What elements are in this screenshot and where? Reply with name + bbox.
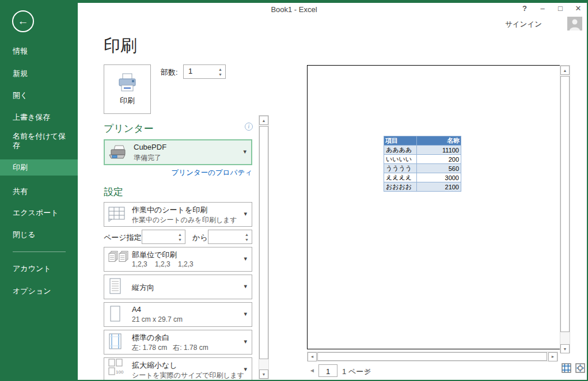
sidebar-item-open[interactable]: 開く (13, 91, 70, 100)
margins-dropdown[interactable]: 標準の余白 左: 1.78 cm 右: 1.78 cm ▾ (104, 330, 252, 355)
cell-value: 3000 (417, 173, 461, 182)
settings-scrollbar[interactable]: ▲ ▼ (259, 115, 269, 379)
window-title: Book1 - Excel (0, 5, 588, 14)
chevron-down-icon: ▾ (244, 338, 247, 345)
pages-to-input[interactable]: ▲ ▼ (208, 230, 252, 244)
chevron-down-icon: ▾ (244, 283, 247, 290)
margins-icon (108, 333, 123, 350)
sidebar-item-print[interactable]: 印刷 (0, 159, 78, 176)
show-margins-icon (561, 363, 572, 374)
window-border-top (0, 0, 588, 3)
print-preview-page: 項目 名称 ああああ 11100 いいいい 200 うううう 560 (307, 65, 560, 349)
sheet-icon (108, 205, 126, 222)
cell-value: 560 (417, 164, 461, 173)
print-button[interactable]: 印刷 (104, 64, 151, 114)
pages-to-label: から (192, 233, 208, 243)
collate-icon (108, 250, 128, 266)
table-row: ああああ 11100 (384, 146, 461, 155)
person-icon (567, 17, 582, 31)
column-header: 名称 (417, 136, 461, 146)
preview-scroll-up-icon[interactable]: ▲ (560, 66, 570, 75)
paper-size-title: A4 (132, 305, 141, 314)
close-icon[interactable]: ✕ (573, 4, 583, 13)
sidebar-item-new[interactable]: 新規 (13, 69, 70, 78)
chevron-down-icon: ▾ (244, 210, 247, 218)
help-icon[interactable]: ? (519, 4, 530, 13)
printer-properties-link[interactable]: プリンターのプロパティ (104, 168, 252, 178)
info-icon[interactable]: i (245, 123, 253, 131)
paper-size-dropdown[interactable]: A4 21 cm x 29.7 cm ▾ (104, 302, 252, 327)
table-row: おおおお 2100 (384, 182, 461, 192)
zoom-to-page-button[interactable] (574, 363, 586, 374)
pages-to-decrement-icon[interactable]: ▼ (243, 237, 251, 242)
preview-scroll-down-icon[interactable]: ▼ (560, 344, 570, 353)
sidebar-item-save-as[interactable]: 名前を付けて保存 (13, 132, 66, 150)
sidebar-item-info[interactable]: 情報 (13, 47, 70, 56)
preview-horizontal-scrollbar[interactable]: ◄ ► (307, 352, 558, 361)
scaling-subtitle: シートを実際のサイズで印刷します (132, 371, 244, 380)
pages-from-decrement-icon[interactable]: ▼ (176, 237, 184, 242)
pages-to-spinner: ▲ ▼ (243, 230, 251, 243)
collation-subtitle: 1,2,3 1,2,3 1,2,3 (132, 260, 194, 268)
preview-table: 項目 名称 ああああ 11100 いいいい 200 うううう 560 (384, 136, 461, 192)
maximize-icon[interactable]: □ (555, 4, 566, 13)
print-button-label: 印刷 (120, 96, 135, 106)
settings-scroll-down-icon[interactable]: ▼ (259, 369, 268, 379)
printer-name: CubePDF (134, 143, 166, 151)
margins-subtitle: 左: 1.78 cm 右: 1.78 cm (132, 343, 208, 353)
preview-scroll-right-icon[interactable]: ► (548, 352, 557, 361)
table-row: ええええ 3000 (384, 173, 461, 182)
cell-item: ああああ (384, 146, 417, 155)
avatar[interactable] (567, 17, 582, 31)
pages-label: ページ指定: (104, 233, 143, 243)
chevron-down-icon: ▾ (244, 310, 247, 318)
copies-decrement-icon[interactable]: ▼ (217, 72, 224, 77)
sidebar-item-export[interactable]: エクスポート (13, 208, 70, 218)
scaling-dropdown[interactable]: 100 拡大縮小なし シートを実際のサイズで印刷します ▾ (104, 357, 252, 381)
excel-window: Book1 - Excel ? – □ ✕ サインイン ← 情報 新規 開く 上… (0, 0, 588, 381)
preview-hscrollbar-thumb[interactable] (317, 352, 547, 361)
settings-scroll-up-icon[interactable]: ▲ (259, 116, 268, 125)
pages-to-increment-icon[interactable]: ▲ (243, 232, 251, 237)
window-controls: ? – □ ✕ (519, 4, 583, 13)
printer-dropdown[interactable]: CubePDF 準備完了 ▾ (104, 139, 252, 165)
collation-dropdown[interactable]: 部単位で印刷 1,2,3 1,2,3 1,2,3 ▾ (104, 247, 252, 272)
chevron-down-icon: ▾ (244, 255, 247, 262)
cell-value: 200 (417, 155, 461, 164)
print-sheets-dropdown[interactable]: 作業中のシートを印刷 作業中のシートのみを印刷します ▾ (104, 202, 252, 227)
sidebar-item-save[interactable]: 上書き保存 (13, 113, 70, 122)
settings-scrollbar-thumb[interactable] (259, 126, 268, 359)
sign-in-link[interactable]: サインイン (505, 20, 542, 29)
orientation-dropdown[interactable]: 縦方向 ▾ (104, 275, 252, 299)
back-button[interactable]: ← (12, 10, 34, 32)
chevron-down-icon: ▾ (244, 365, 247, 373)
copies-increment-icon[interactable]: ▲ (217, 67, 224, 72)
sidebar-item-account[interactable]: アカウント (13, 264, 70, 273)
settings-heading: 設定 (104, 185, 123, 199)
scaling-icon: 100 (108, 359, 126, 376)
printer-status: 準備完了 (134, 153, 161, 163)
next-page-icon[interactable]: ► (365, 367, 371, 374)
cell-item: うううう (384, 164, 417, 173)
pages-from-input[interactable]: ▲ ▼ (142, 230, 185, 244)
previous-page-icon[interactable]: ◄ (309, 367, 315, 374)
copies-input[interactable]: 1 ▲ ▼ (183, 64, 226, 79)
small-printer-icon (108, 144, 128, 161)
minimize-icon[interactable]: – (537, 4, 548, 13)
preview-vertical-scrollbar[interactable]: ▲ ▼ (560, 65, 570, 353)
page-number-input[interactable]: 1 (318, 364, 337, 377)
scaling-title: 拡大縮小なし (132, 360, 177, 371)
sidebar-item-close[interactable]: 閉じる (13, 230, 70, 239)
preview-vscrollbar-thumb[interactable] (560, 76, 570, 332)
sidebar-item-options[interactable]: オプション (13, 287, 70, 296)
preview-scroll-left-icon[interactable]: ◄ (308, 352, 317, 361)
pages-from-increment-icon[interactable]: ▲ (176, 232, 184, 237)
table-header-row: 項目 名称 (384, 136, 461, 146)
copies-value: 1 (188, 67, 192, 75)
table-row: いいいい 200 (384, 155, 461, 164)
cell-value: 11100 (417, 146, 461, 155)
printer-heading: プリンター (104, 122, 154, 135)
show-margins-button[interactable] (560, 363, 572, 374)
sidebar-item-share[interactable]: 共有 (13, 187, 70, 196)
printer-icon (116, 73, 139, 92)
